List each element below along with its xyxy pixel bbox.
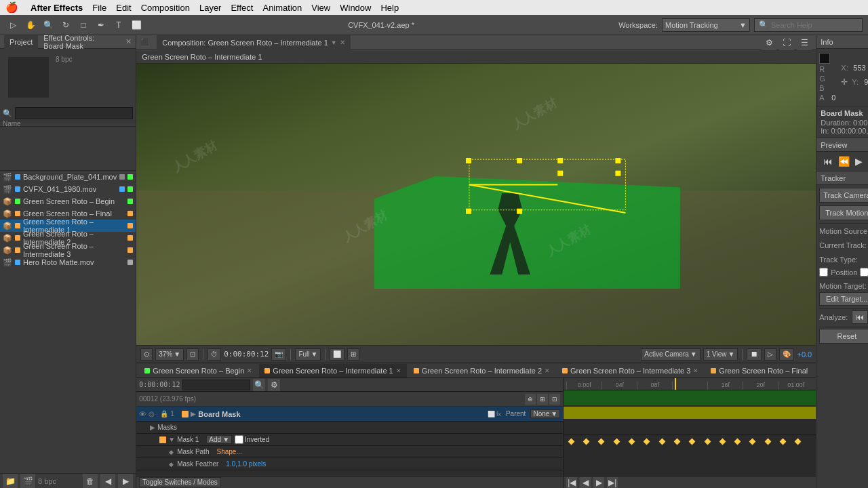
comp-zoom-btn[interactable]: ⛶ bbox=[779, 35, 794, 50]
kf-4[interactable] bbox=[613, 438, 620, 445]
menu-help[interactable]: Help bbox=[380, 3, 399, 13]
app-name[interactable]: After Effects bbox=[31, 3, 83, 13]
comp-settings-btn[interactable]: ⚙ bbox=[762, 35, 776, 50]
next-item-btn[interactable]: ▶ bbox=[118, 474, 133, 489]
tl-nav-start[interactable]: |◀ bbox=[566, 477, 577, 488]
rotation-checkbox[interactable] bbox=[860, 268, 868, 277]
tl-nav-prev[interactable]: ◀ bbox=[580, 477, 591, 488]
tl-playhead[interactable] bbox=[675, 378, 676, 390]
file-item-0[interactable]: 🎬 Background_Plate_041.mov bbox=[0, 171, 136, 183]
menu-edit[interactable]: Edit bbox=[116, 3, 131, 13]
tl-nav-next[interactable]: ▶| bbox=[607, 477, 618, 488]
new-folder-btn[interactable]: 📁 bbox=[3, 474, 18, 489]
apple-icon[interactable]: 🍎 bbox=[5, 1, 18, 14]
add-dropdown[interactable]: Add ▼ bbox=[206, 435, 232, 444]
menu-animation[interactable]: Animation bbox=[262, 3, 302, 13]
position-checkbox[interactable] bbox=[819, 268, 828, 277]
comp-menu-btn[interactable]: ☰ bbox=[797, 35, 812, 50]
trash-btn[interactable]: 🗑 bbox=[83, 474, 98, 489]
tl-tool-3[interactable]: ⊡ bbox=[549, 394, 560, 405]
masks-expand[interactable]: ▶ bbox=[150, 424, 155, 431]
tl-options-btn[interactable]: ⚙ bbox=[268, 379, 280, 391]
workspace-dropdown[interactable]: Motion Tracking ▼ bbox=[662, 18, 750, 32]
toggle-modes-btn[interactable]: Toggle Switches / Modes bbox=[139, 477, 221, 487]
color-btn[interactable]: 🎨 bbox=[779, 348, 794, 361]
file-item-7[interactable]: 🎬 Hero Roto Matte.mov bbox=[0, 256, 136, 268]
snap-btn[interactable]: ⊙ bbox=[140, 348, 153, 361]
tool-pen[interactable]: ✒ bbox=[94, 18, 108, 33]
comp-dropdown-icon[interactable]: ▼ bbox=[331, 39, 337, 46]
kf-14[interactable] bbox=[764, 438, 771, 445]
layer-expand-1[interactable]: ▶ bbox=[191, 410, 196, 418]
tl-tool-1[interactable]: ⊕ bbox=[525, 394, 536, 405]
preview-btn[interactable]: ▷ bbox=[764, 348, 776, 361]
tl-sublayer-mask1[interactable]: ▼ Mask 1 Add ▼ Inverted bbox=[136, 434, 563, 446]
camera-btn[interactable]: 📷 bbox=[271, 348, 286, 361]
kf-9[interactable] bbox=[689, 438, 696, 445]
tool-text[interactable]: T bbox=[111, 18, 126, 33]
tool-hand[interactable]: ✋ bbox=[23, 18, 38, 33]
tool-rotate[interactable]: ↻ bbox=[58, 18, 73, 33]
prev-start-btn[interactable]: ⏮ bbox=[822, 155, 834, 168]
tl-mask-feather-row[interactable]: ◆ Mask Feather 1.0,1.0 pixels bbox=[136, 458, 563, 470]
preview-header[interactable]: Preview ▶ ✕ bbox=[816, 138, 868, 152]
file-item-6[interactable]: 📦 Green Screen Roto – Intermediate 3 bbox=[0, 244, 136, 256]
tl-tab-4[interactable]: Green Screen Roto – Final bbox=[705, 364, 813, 378]
tab-effect-controls[interactable]: Effect Controls: Board Mask bbox=[38, 35, 121, 49]
tl-sublayer-masks[interactable]: ▶ Masks bbox=[136, 422, 563, 434]
menu-effect[interactable]: Effect bbox=[231, 3, 253, 13]
search-input[interactable] bbox=[771, 21, 865, 29]
tl-layer-1[interactable]: 👁 ◎ 🔒 1 ▶ Board Mask ⬜ fx Parent bbox=[136, 407, 563, 422]
prev-step-back-btn[interactable]: ⏪ bbox=[837, 155, 851, 168]
layer-solo-btn[interactable]: ◎ bbox=[149, 410, 158, 418]
inverted-checkbox[interactable] bbox=[235, 435, 243, 444]
track-camera-btn[interactable]: Track Camera bbox=[819, 188, 868, 203]
menu-window[interactable]: Window bbox=[340, 3, 371, 13]
kf-12[interactable] bbox=[734, 438, 741, 445]
tl-tool-2[interactable]: ⊞ bbox=[537, 394, 548, 405]
edit-target-btn[interactable]: Edit Target... bbox=[819, 292, 868, 306]
track-motion-btn[interactable]: Track Motion bbox=[819, 205, 868, 220]
kf-16[interactable] bbox=[795, 438, 802, 445]
quality-btn[interactable]: Full ▼ bbox=[295, 348, 321, 361]
kf-1[interactable] bbox=[568, 438, 574, 445]
kf-3[interactable] bbox=[598, 438, 605, 445]
tl-tab-3[interactable]: Green Screen Roto – Intermediate 3 ✕ bbox=[557, 364, 704, 378]
tl-search-btn[interactable]: 🔍 bbox=[253, 379, 265, 391]
tab-project[interactable]: Project bbox=[4, 35, 38, 49]
eye-btn-1[interactable]: 👁 bbox=[139, 410, 146, 418]
file-item-1[interactable]: 🎬 CVFX_041_1980.mov bbox=[0, 183, 136, 195]
render-btn[interactable]: 🔲 bbox=[747, 348, 762, 361]
tl-close-2[interactable]: ✕ bbox=[545, 367, 550, 374]
shape-btn[interactable]: Shape... bbox=[216, 448, 241, 455]
tool-zoom[interactable]: 🔍 bbox=[41, 18, 56, 33]
transparency-btn[interactable]: ⬜ bbox=[330, 348, 344, 361]
layer-lock-btn[interactable]: 🔒 bbox=[160, 410, 168, 418]
layer-switch-2[interactable]: fx bbox=[496, 411, 501, 418]
close-icon[interactable]: ✕ bbox=[125, 37, 132, 46]
timecode-btn[interactable]: ⏱ bbox=[208, 348, 221, 361]
kf-15[interactable] bbox=[780, 438, 787, 445]
kf-6[interactable] bbox=[644, 438, 650, 445]
zoom-btn[interactable]: 37% ▼ bbox=[155, 348, 184, 361]
new-item-btn[interactable]: 🎬 bbox=[20, 474, 35, 489]
tool-shape[interactable]: □ bbox=[76, 18, 91, 33]
tool-select[interactable]: ▷ bbox=[5, 18, 20, 33]
inverted-checkbox-row[interactable]: Inverted bbox=[235, 435, 269, 444]
kf-8[interactable] bbox=[673, 438, 680, 445]
analyze-rev-fast-btn[interactable]: ⏮ bbox=[852, 310, 868, 324]
tl-close-0[interactable]: ✕ bbox=[247, 367, 252, 374]
fit-btn[interactable]: ⊡ bbox=[186, 348, 199, 361]
viewer[interactable]: 人人素材 人人素材 人人素材 人人素材 bbox=[136, 64, 816, 345]
tl-close-1[interactable]: ✕ bbox=[396, 367, 401, 374]
tool-brush[interactable]: ⬜ bbox=[129, 18, 144, 33]
tl-tab-0[interactable]: Green Screen Roto – Begin ✕ bbox=[139, 364, 258, 378]
menu-layer[interactable]: Layer bbox=[199, 3, 222, 13]
parent-dropdown[interactable]: None ▼ bbox=[530, 409, 560, 418]
kf-11[interactable] bbox=[719, 438, 726, 445]
tracker-header[interactable]: Tracker ▶ ✕ bbox=[816, 171, 868, 185]
file-item-2[interactable]: 📦 Green Screen Roto – Begin bbox=[0, 195, 136, 207]
tl-tab-1[interactable]: Green Screen Roto – Intermediate 1 ✕ bbox=[259, 364, 406, 378]
tl-track-bar-main[interactable] bbox=[564, 390, 816, 405]
menu-view[interactable]: View bbox=[311, 3, 330, 13]
